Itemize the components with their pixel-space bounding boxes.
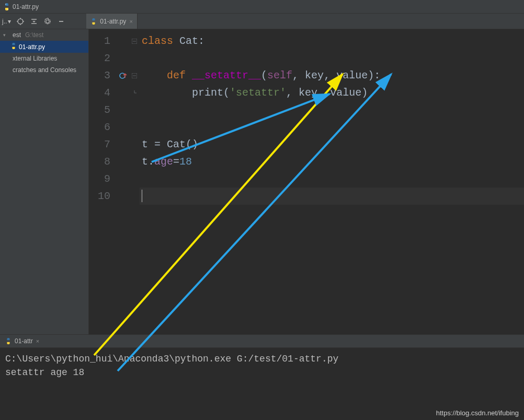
line-number-gutter: 12345678910	[89, 29, 118, 334]
window-titlebar: 01-attr.py	[0, 0, 524, 14]
run-tab-label: 01-attr	[15, 337, 33, 345]
tree-item-suffix: G:\test	[25, 31, 43, 39]
code-line[interactable]: t = Cat()	[140, 136, 524, 153]
collapse-icon[interactable]	[30, 17, 38, 26]
chevron-down-icon: ▾	[8, 18, 11, 25]
code-line[interactable]	[140, 119, 524, 136]
editor-tab-label: 01-attr.py	[100, 18, 126, 25]
window-title: 01-attr.py	[13, 3, 39, 10]
editor-tab[interactable]: 01-attr.py ×	[86, 14, 137, 29]
tree-item[interactable]: ▾estG:\test	[0, 29, 88, 41]
code-line[interactable]	[140, 101, 524, 119]
svg-point-2	[18, 19, 23, 24]
code-area[interactable]: class Cat: def __setattr__(self, key, va…	[140, 29, 524, 334]
editor-tabstrip: 01-attr.py ×	[86, 14, 137, 29]
code-line[interactable]: def __setattr__(self, key, value):	[140, 67, 524, 84]
tree-item-label: 01-attr.py	[19, 43, 45, 51]
code-line[interactable]: print('setattr', key, value)	[140, 84, 524, 101]
python-file-icon	[3, 3, 10, 10]
gear-icon[interactable]	[43, 17, 52, 26]
tree-item-label: xternal Libraries	[13, 55, 57, 62]
tree-item-label: est	[13, 31, 21, 39]
override-gutter-icon	[118, 67, 129, 84]
target-icon[interactable]	[16, 17, 25, 26]
run-tab[interactable]: 01-attr ×	[5, 337, 39, 345]
code-editor[interactable]: 12345678910 class Cat: def __setattr__(s…	[89, 29, 524, 334]
tree-item[interactable]: cratches and Consoles	[0, 64, 88, 76]
text-caret	[142, 190, 142, 202]
project-sidebar[interactable]: ▾estG:\test01-attr.pyxternal Librariescr…	[0, 29, 89, 334]
minimize-icon[interactable]	[57, 17, 65, 26]
python-file-icon	[5, 338, 12, 344]
code-line[interactable]	[140, 50, 524, 67]
tree-item[interactable]: xternal Libraries	[0, 53, 88, 64]
console-line: setattr age 18	[5, 366, 519, 379]
svg-point-0	[5, 4, 6, 5]
run-tabstrip: 01-attr ×	[0, 334, 524, 348]
tree-item[interactable]: 01-attr.py	[0, 41, 88, 53]
svg-point-1	[7, 9, 8, 10]
code-line[interactable]	[140, 170, 524, 188]
python-file-icon	[90, 18, 97, 25]
close-tab-icon[interactable]: ×	[36, 338, 39, 344]
fold-column[interactable]	[129, 29, 140, 334]
main-toolbar: j.. ▾ 01-attr.py ×	[0, 14, 524, 29]
close-tab-icon[interactable]: ×	[129, 18, 132, 25]
project-dropdown[interactable]: j.. ▾	[2, 18, 11, 25]
watermark: https://blog.csdn.net/ifubing	[436, 409, 519, 417]
code-line[interactable]: class Cat:	[140, 32, 524, 50]
gutter-icons	[118, 29, 129, 334]
code-line[interactable]	[140, 188, 524, 205]
console-line: C:\Users\python_hui\Anaconda3\python.exe…	[5, 352, 519, 366]
tree-item-icon	[10, 43, 17, 51]
code-line[interactable]: t.age=18	[140, 153, 524, 170]
tree-item-label: cratches and Consoles	[13, 66, 76, 74]
